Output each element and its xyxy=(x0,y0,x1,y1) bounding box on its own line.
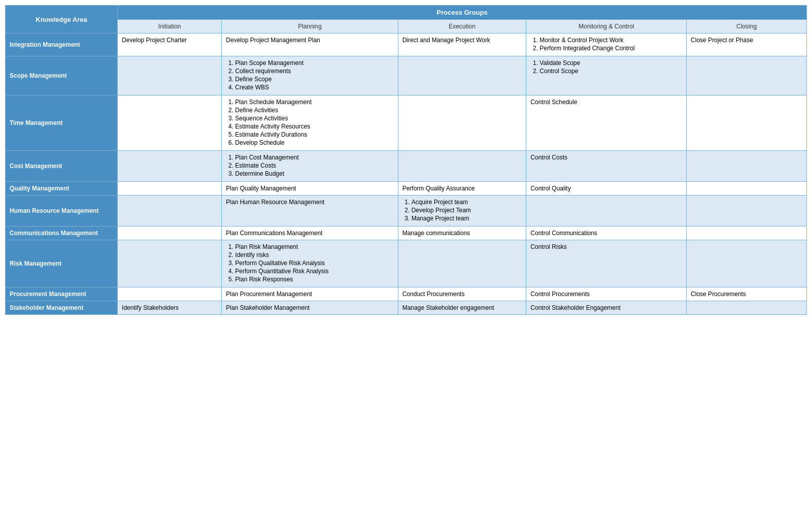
empty-cell xyxy=(687,151,807,182)
list-item: Determine Budget xyxy=(235,170,393,177)
col-monitoring: Monitoring & Control xyxy=(526,20,687,34)
table-row: Communications ManagementPlan Communicat… xyxy=(6,227,807,240)
data-cell: Plan Scope ManagementCollect requirement… xyxy=(222,56,398,95)
data-cell: Control Procurements xyxy=(526,287,687,301)
empty-cell xyxy=(118,227,222,240)
empty-cell xyxy=(118,287,222,301)
knowledge-area-cell: Human Resource Management xyxy=(6,196,118,227)
data-cell: Manage Stakeholder engagement xyxy=(398,301,526,315)
data-cell: Perform Quality Assurance xyxy=(398,182,526,196)
empty-cell xyxy=(526,196,687,227)
knowledge-area-cell: Scope Management xyxy=(6,56,118,95)
table-row: Quality ManagementPlan Quality Managemen… xyxy=(6,182,807,196)
data-cell: Validate ScopeControl Scope xyxy=(526,56,687,95)
list-item: Perform Integrated Change Control xyxy=(539,45,682,52)
empty-cell xyxy=(118,196,222,227)
data-cell: Conduct Procurements xyxy=(398,287,526,301)
data-cell: Acquire Project teamDevelop Project Team… xyxy=(398,196,526,227)
table-row: Scope ManagementPlan Scope ManagementCol… xyxy=(6,56,807,95)
empty-cell xyxy=(398,240,526,287)
list-item: Estimate Activity Resources xyxy=(235,123,393,130)
knowledge-area-cell: Quality Management xyxy=(6,182,118,196)
table-row: Risk ManagementPlan Risk ManagementIdent… xyxy=(6,240,807,287)
list-item: Control Scope xyxy=(539,68,682,75)
knowledge-area-cell: Time Management xyxy=(6,95,118,151)
list-item: Validate Scope xyxy=(539,59,682,67)
data-cell: Plan Schedule ManagementDefine Activitie… xyxy=(222,95,398,151)
knowledge-area-header: Knowledge Area xyxy=(6,6,118,34)
empty-cell xyxy=(398,151,526,182)
data-cell: Plan Risk ManagementIdentify risksPerfor… xyxy=(222,240,398,287)
list-item: Develop Project Team xyxy=(412,207,522,214)
col-execution: Execution xyxy=(398,20,526,34)
list-item: Sequence Activities xyxy=(235,115,393,122)
list-item: Perform Quantitative Risk Analysis xyxy=(235,268,393,275)
list-item: Develop Schedule xyxy=(235,139,393,146)
knowledge-area-cell: Procurement Management xyxy=(6,287,118,301)
list-item: Plan Risk Responses xyxy=(235,276,393,283)
data-cell: Plan Stakeholder Management xyxy=(222,301,398,315)
data-cell: Plan Communications Management xyxy=(222,227,398,240)
empty-cell xyxy=(687,56,807,95)
empty-cell xyxy=(687,240,807,287)
process-groups-header: Process Groups xyxy=(118,6,807,20)
list-item: Plan Cost Management xyxy=(235,154,393,161)
data-cell: Control Costs xyxy=(526,151,687,182)
empty-cell xyxy=(118,95,222,151)
knowledge-area-cell: Cost Management xyxy=(6,151,118,182)
col-closing: Closing xyxy=(687,20,807,34)
list-item: Estimate Activity Durations xyxy=(235,131,393,138)
list-item: Identify risks xyxy=(235,251,393,259)
knowledge-area-cell: Risk Management xyxy=(6,240,118,287)
table-row: Integration ManagementDevelop Project Ch… xyxy=(6,34,807,56)
list-item: Plan Scope Management xyxy=(235,59,393,67)
data-cell: Identify Stakeholders xyxy=(118,301,222,315)
empty-cell xyxy=(687,196,807,227)
knowledge-area-cell: Stakeholder Management xyxy=(6,301,118,315)
col-initiation: Initiation xyxy=(118,20,222,34)
data-cell: Develop Project Management Plan xyxy=(222,34,398,56)
data-cell: Control Stakeholder Engagement xyxy=(526,301,687,315)
data-cell: Plan Procurement Management xyxy=(222,287,398,301)
data-cell: Control Communications xyxy=(526,227,687,240)
list-item: Acquire Project team xyxy=(412,199,522,206)
empty-cell xyxy=(687,95,807,151)
data-cell: Plan Cost ManagementEstimate CostsDeterm… xyxy=(222,151,398,182)
list-item: Perform Qualitative Risk Analysis xyxy=(235,260,393,267)
empty-cell xyxy=(687,227,807,240)
knowledge-area-cell: Communications Management xyxy=(6,227,118,240)
empty-cell xyxy=(118,240,222,287)
table-row: Cost ManagementPlan Cost ManagementEstim… xyxy=(6,151,807,182)
list-item: Estimate Costs xyxy=(235,162,393,169)
empty-cell xyxy=(118,182,222,196)
list-item: Plan Risk Management xyxy=(235,243,393,250)
data-cell: Control Risks xyxy=(526,240,687,287)
empty-cell xyxy=(118,56,222,95)
list-item: Collect requirements xyxy=(235,68,393,75)
data-cell: Close Project or Phase xyxy=(687,34,807,56)
data-cell: Monitor & Control Project WorkPerform In… xyxy=(526,34,687,56)
list-item: Define Activities xyxy=(235,107,393,114)
data-cell: Plan Quality Management xyxy=(222,182,398,196)
list-item: Create WBS xyxy=(235,84,393,91)
empty-cell xyxy=(687,301,807,315)
list-item: Define Scope xyxy=(235,76,393,83)
list-item: Plan Schedule Management xyxy=(235,99,393,106)
knowledge-area-cell: Integration Management xyxy=(6,34,118,56)
data-cell: Control Quality xyxy=(526,182,687,196)
table-row: Human Resource ManagementPlan Human Reso… xyxy=(6,196,807,227)
col-planning: Planning xyxy=(222,20,398,34)
empty-cell xyxy=(118,151,222,182)
data-cell: Direct and Manage Project Work xyxy=(398,34,526,56)
empty-cell xyxy=(398,56,526,95)
empty-cell xyxy=(398,95,526,151)
data-cell: Close Procurements xyxy=(687,287,807,301)
table-row: Time ManagementPlan Schedule ManagementD… xyxy=(6,95,807,151)
data-cell: Manage communications xyxy=(398,227,526,240)
data-cell: Control Schedule xyxy=(526,95,687,151)
data-cell: Develop Project Charter xyxy=(118,34,222,56)
table-row: Procurement ManagementPlan Procurement M… xyxy=(6,287,807,301)
table-row: Stakeholder ManagementIdentify Stakehold… xyxy=(6,301,807,315)
list-item: Monitor & Control Project Work xyxy=(539,37,682,44)
data-cell: Plan Human Resource Management xyxy=(222,196,398,227)
